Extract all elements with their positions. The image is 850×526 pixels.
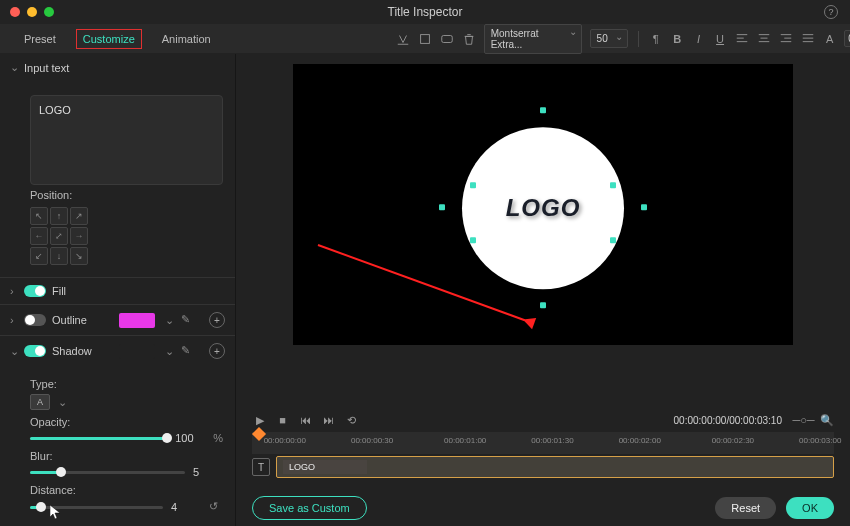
reset-icon[interactable]: ↺ [209,500,223,514]
ok-button[interactable]: OK [786,497,834,519]
type-label: Type: [30,378,223,390]
italic-button[interactable]: I [692,31,705,46]
crop-icon[interactable] [418,31,432,46]
eyedropper-icon[interactable]: ✎ [181,344,195,358]
align-right-icon[interactable] [779,31,793,46]
chevron-down-icon[interactable]: ⌄ [58,396,68,409]
save-as-custom-button[interactable]: Save as Custom [252,496,367,520]
chevron-right-icon: › [10,285,18,297]
clip-label: LOGO [289,462,315,472]
timeline-clip[interactable]: LOGO [276,456,834,478]
input-text-area[interactable]: LOGO [30,95,223,185]
transport-bar: ▶ ■ ⏮ ⏭ ⟲ 00:00:00:00/00:00:03:10 ─○─ 🔍 [236,408,850,432]
ruler-tick: 00:00:01:00 [444,436,486,445]
prev-frame-button[interactable]: ⏮ [298,413,313,428]
eyedropper-icon[interactable]: ✎ [181,313,195,327]
underline-button[interactable]: U [713,31,726,46]
transform-icon[interactable] [396,31,410,46]
tab-animation[interactable]: Animation [156,30,217,48]
ruler-tick: 00:00:00:00 [264,436,306,445]
opacity-unit: % [213,432,223,444]
text-track-icon[interactable]: T [252,458,270,476]
pos-top-right[interactable]: ↗ [70,207,88,225]
reset-button[interactable]: Reset [715,497,776,519]
ruler-tick: 00:00:03:00 [799,436,841,445]
zoom-slider-icon[interactable]: ─○─ [796,413,811,428]
align-justify-icon[interactable] [801,31,815,46]
distance-label: Distance: [30,484,223,496]
minimize-window[interactable] [27,7,37,17]
zoom-fit-icon[interactable]: 🔍 [819,413,834,428]
font-size-input[interactable]: 50 [590,29,628,48]
outline-toggle[interactable] [24,314,46,326]
pos-top-left[interactable]: ↖ [30,207,48,225]
input-text-panel[interactable]: ⌄ Input text [0,54,235,81]
titlebar: Title Inspector ? [0,0,850,24]
maximize-window[interactable] [44,7,54,17]
opacity-slider[interactable] [30,437,167,440]
pos-right[interactable]: → [70,227,88,245]
paragraph-icon[interactable]: ¶ [649,31,662,46]
chevron-down-icon[interactable]: ⌄ [165,345,175,358]
white-circle-shape[interactable]: LOGO [462,127,624,289]
pos-top[interactable]: ↑ [50,207,68,225]
tab-preset[interactable]: Preset [18,30,62,48]
stop-button[interactable]: ■ [275,413,290,428]
tracking-input[interactable]: 0.0 [844,30,850,47]
chevron-down-icon: ⌄ [10,61,18,74]
mask-icon[interactable] [440,31,454,46]
distance-value: 4 [171,501,201,513]
ruler-tick: 00:00:02:00 [619,436,661,445]
bold-button[interactable]: B [670,31,683,46]
add-shadow-button[interactable]: + [209,343,225,359]
pos-left[interactable]: ← [30,227,48,245]
align-center-icon[interactable] [757,31,771,46]
ruler-tick: 00:00:02:30 [712,436,754,445]
pos-bottom-left[interactable]: ↙ [30,247,48,265]
chevron-right-icon: › [10,314,18,326]
timeline-ruler[interactable]: 00:00:00:00 00:00:00:30 00:00:01:00 00:0… [252,432,834,454]
next-frame-button[interactable]: ⏭ [321,413,336,428]
delete-icon[interactable] [462,31,476,46]
preview-canvas[interactable]: LOGO [293,64,793,345]
shadow-color-swatch[interactable] [119,344,155,359]
chevron-down-icon: ⌄ [10,345,18,358]
opacity-label: Opacity: [30,416,223,428]
font-select[interactable]: Montserrat Extra... [484,24,582,54]
pos-center[interactable]: ⤢ [50,227,68,245]
pos-bottom[interactable]: ↓ [50,247,68,265]
text-color-icon[interactable]: A [823,31,836,46]
window-title: Title Inspector [388,5,463,19]
logo-text[interactable]: LOGO [506,194,581,222]
timecode-display: 00:00:00:00/00:00:03:10 [674,415,782,426]
shadow-type-select[interactable]: A [30,394,50,410]
input-text-value: LOGO [39,104,71,116]
distance-slider[interactable] [30,506,163,509]
outline-color-swatch[interactable] [119,313,155,328]
ruler-tick: 00:00:01:30 [531,436,573,445]
tab-customize[interactable]: Customize [76,29,142,49]
align-left-icon[interactable] [735,31,749,46]
blur-slider[interactable] [30,471,185,474]
shadow-toggle[interactable] [24,345,46,357]
play-button[interactable]: ▶ [252,413,267,428]
pos-bottom-right[interactable]: ↘ [70,247,88,265]
svg-rect-0 [420,34,429,43]
ruler-tick: 00:00:00:30 [351,436,393,445]
blur-label: Blur: [30,450,223,462]
opacity-value: 100 [175,432,205,444]
outline-panel[interactable]: › Outline ⌄ ✎ + [0,305,235,335]
loop-button[interactable]: ⟲ [344,413,359,428]
close-window[interactable] [10,7,20,17]
chevron-down-icon[interactable]: ⌄ [165,314,175,327]
fill-toggle[interactable] [24,285,46,297]
add-outline-button[interactable]: + [209,312,225,328]
position-grid: ↖ ↑ ↗ ← ⤢ → ↙ ↓ ↘ [30,207,223,265]
position-label: Position: [30,189,223,201]
fill-panel[interactable]: › Fill [0,278,235,304]
shadow-panel[interactable]: ⌄ Shadow ⌄ ✎ + [0,336,235,366]
help-icon[interactable]: ? [824,5,838,19]
blur-value: 5 [193,466,223,478]
svg-rect-1 [441,35,452,42]
